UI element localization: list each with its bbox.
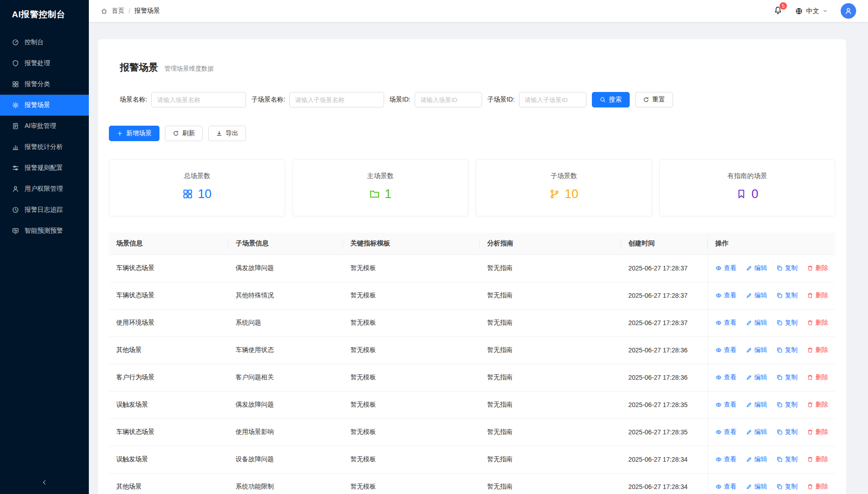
stat-value: 0 xyxy=(751,186,758,202)
row-copy-button[interactable]: 复制 xyxy=(776,401,798,409)
row-edit-label: 编辑 xyxy=(755,455,767,463)
user-avatar[interactable] xyxy=(841,3,856,19)
row-delete-button[interactable]: 删除 xyxy=(807,455,828,463)
row-copy-button[interactable]: 复制 xyxy=(776,428,798,436)
stat-label: 有指南的场景 xyxy=(660,172,835,180)
row-view-button[interactable]: 查看 xyxy=(715,401,737,409)
column-header-3: 分析指南 xyxy=(480,233,621,255)
sidebar-item-0[interactable]: 控制台 xyxy=(0,32,89,53)
table-row: 误触发场景偶发故障问题暂无模板暂无指南2025-06-27 17:28:35查看… xyxy=(109,391,835,418)
row-view-button[interactable]: 查看 xyxy=(715,428,737,436)
row-view-button[interactable]: 查看 xyxy=(715,373,737,382)
filter-bar: 场景名称: 子场景名称: 场景ID: 子场景ID: xyxy=(120,92,835,107)
reset-button[interactable]: 重置 xyxy=(635,92,673,107)
cell-sub-scene: 客户问题相关 xyxy=(228,364,343,391)
row-delete-button[interactable]: 删除 xyxy=(807,346,828,354)
stat-value-row: 1 xyxy=(293,186,468,202)
rules-icon xyxy=(12,164,19,172)
row-copy-button[interactable]: 复制 xyxy=(776,291,798,300)
scene-icon xyxy=(12,102,19,109)
eye-icon xyxy=(715,320,722,326)
row-delete-button[interactable]: 删除 xyxy=(807,291,828,300)
filter-scene-id-label: 场景ID: xyxy=(390,96,411,104)
row-edit-button[interactable]: 编辑 xyxy=(746,346,767,354)
sidebar-item-9[interactable]: 智能预测预警 xyxy=(0,220,89,241)
row-edit-button[interactable]: 编辑 xyxy=(746,319,767,327)
row-copy-button[interactable]: 复制 xyxy=(776,319,798,327)
page-content: 报警场景 管理场景维度数据 场景名称: 子场景名称: 场景ID: xyxy=(89,22,868,494)
sidebar-item-2[interactable]: 报警分类 xyxy=(0,74,89,95)
cell-template: 暂无模板 xyxy=(343,336,480,364)
scene-name-input[interactable] xyxy=(151,92,246,107)
predict-icon xyxy=(12,227,19,234)
scene-id-input[interactable] xyxy=(415,92,482,107)
sidebar-item-6[interactable]: 报警规则配置 xyxy=(0,158,89,178)
row-delete-button[interactable]: 删除 xyxy=(807,373,828,382)
row-view-button[interactable]: 查看 xyxy=(715,264,737,272)
cell-template: 暂无模板 xyxy=(343,473,480,494)
row-view-label: 查看 xyxy=(724,401,737,409)
row-edit-button[interactable]: 编辑 xyxy=(746,373,767,382)
row-view-button[interactable]: 查看 xyxy=(715,483,737,491)
row-edit-button[interactable]: 编辑 xyxy=(746,401,767,409)
stat-card-0: 总场景数10 xyxy=(109,159,285,216)
sidebar-item-3[interactable]: 报警场景 xyxy=(0,95,89,116)
row-view-button[interactable]: 查看 xyxy=(715,319,737,327)
trash-icon xyxy=(807,320,813,326)
notifications-button[interactable]: 5 xyxy=(774,6,782,16)
row-copy-button[interactable]: 复制 xyxy=(776,373,798,382)
cell-guide: 暂无指南 xyxy=(480,255,621,282)
stat-label: 主场景数 xyxy=(293,172,468,180)
table-row: 车辆状态场景偶发故障问题暂无模板暂无指南2025-06-27 17:28:37查… xyxy=(109,255,835,282)
stat-value: 10 xyxy=(565,186,578,202)
subscene-name-input[interactable] xyxy=(289,92,384,107)
sidebar-item-1[interactable]: 报警处理 xyxy=(0,53,89,74)
sidebar-collapse-button[interactable] xyxy=(0,470,89,494)
cell-sub-scene: 系统功能限制 xyxy=(228,473,343,494)
row-copy-button[interactable]: 复制 xyxy=(776,483,798,491)
row-edit-button[interactable]: 编辑 xyxy=(746,264,767,272)
row-view-button[interactable]: 查看 xyxy=(715,455,737,463)
row-edit-button[interactable]: 编辑 xyxy=(746,428,767,436)
breadcrumb-home[interactable]: 首页 xyxy=(112,7,124,15)
sidebar-item-4[interactable]: AI审批管理 xyxy=(0,116,89,137)
row-delete-button[interactable]: 删除 xyxy=(807,428,828,436)
stats-icon xyxy=(12,143,19,151)
cell-created-at: 2025-06-27 17:28:35 xyxy=(621,391,708,418)
row-edit-button[interactable]: 编辑 xyxy=(746,455,767,463)
stat-value: 1 xyxy=(385,186,391,202)
main-area: 首页 / 报警场景 5 中文 xyxy=(89,0,868,494)
row-delete-button[interactable]: 删除 xyxy=(807,264,828,272)
eye-icon xyxy=(715,456,722,463)
row-edit-button[interactable]: 编辑 xyxy=(746,291,767,300)
row-copy-button[interactable]: 复制 xyxy=(776,264,798,272)
cell-template: 暂无模板 xyxy=(343,282,480,309)
row-edit-button[interactable]: 编辑 xyxy=(746,483,767,491)
row-copy-button[interactable]: 复制 xyxy=(776,455,798,463)
cell-scene: 车辆状态场景 xyxy=(109,255,228,282)
row-delete-button[interactable]: 删除 xyxy=(807,483,828,491)
row-delete-button[interactable]: 删除 xyxy=(807,401,828,409)
stat-card-2: 子场景数10 xyxy=(476,159,652,216)
edit-icon xyxy=(746,265,752,271)
add-scene-button[interactable]: 新增场景 xyxy=(109,126,159,141)
search-button[interactable]: 搜索 xyxy=(592,92,630,107)
row-view-button[interactable]: 查看 xyxy=(715,346,737,354)
subscene-id-input[interactable] xyxy=(519,92,586,107)
sidebar-item-7[interactable]: 用户权限管理 xyxy=(0,178,89,199)
cell-sub-scene: 系统问题 xyxy=(228,309,343,336)
row-delete-button[interactable]: 删除 xyxy=(807,319,828,327)
refresh-button[interactable]: 刷新 xyxy=(165,126,203,141)
row-view-button[interactable]: 查看 xyxy=(715,291,737,300)
row-delete-label: 删除 xyxy=(816,319,828,327)
sidebar-item-5[interactable]: 报警统计分析 xyxy=(0,137,89,158)
sidebar-item-8[interactable]: 报警日志追踪 xyxy=(0,199,89,220)
export-button[interactable]: 导出 xyxy=(208,126,246,141)
sidebar-item-label: 报警统计分析 xyxy=(25,143,63,151)
row-copy-button[interactable]: 复制 xyxy=(776,346,798,354)
trash-icon xyxy=(807,402,813,408)
cell-scene: 其他场景 xyxy=(109,473,228,494)
edit-icon xyxy=(746,347,752,353)
language-selector[interactable]: 中文 xyxy=(795,7,828,15)
cell-created-at: 2025-06-27 17:28:34 xyxy=(621,473,708,494)
